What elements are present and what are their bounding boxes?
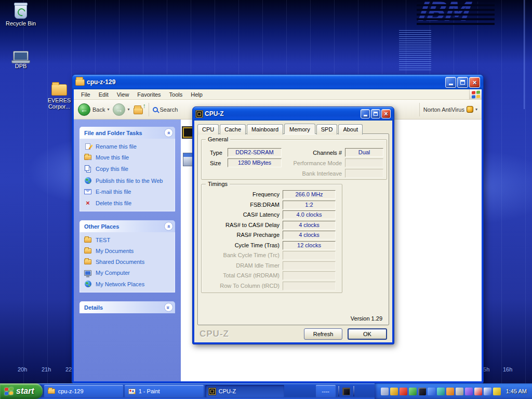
refresh-button[interactable]: Refresh: [304, 328, 342, 340]
other-places-header[interactable]: Other Places »: [79, 220, 175, 232]
task-copy-this-file[interactable]: Copy this file: [84, 165, 171, 172]
back-button[interactable]: ← Back ▾: [78, 103, 109, 116]
taskbar-button-mini[interactable]: ----: [316, 385, 336, 397]
search-button[interactable]: Search: [153, 107, 178, 113]
close-button[interactable]: ×: [469, 77, 480, 88]
cpuz-titlebar[interactable]: CPU-Z ×: [193, 107, 394, 121]
place-label: Shared Documents: [96, 259, 144, 265]
maximize-button[interactable]: [457, 77, 468, 88]
collapse-chevron-icon[interactable]: »: [164, 128, 173, 137]
tray-icon[interactable]: [381, 388, 389, 395]
tab-memory[interactable]: Memory: [284, 124, 315, 134]
timing-row: Total CAS# (tRDRAM): [202, 271, 342, 281]
task-pane: File and Folder Tasks » Rename this file…: [74, 119, 181, 381]
task-email-this-file[interactable]: E-mail this file: [84, 189, 171, 195]
maximize-button[interactable]: [371, 109, 380, 118]
timing-row: Row To Column (tRCD): [202, 282, 342, 291]
up-arrow-icon: ↑: [143, 102, 146, 110]
menu-view[interactable]: View: [113, 90, 134, 99]
tray-icon[interactable]: [465, 388, 473, 395]
tray-icon[interactable]: [474, 388, 482, 395]
menu-file[interactable]: File: [77, 90, 95, 99]
wallpaper-stripes: [399, 30, 431, 71]
folder-icon: [84, 248, 91, 254]
other-places-panel: Other Places » TEST My Documents: [79, 220, 175, 292]
tab-about[interactable]: About: [338, 124, 363, 135]
panel-title: Details: [84, 304, 103, 311]
search-label: Search: [160, 107, 178, 113]
tray-icon[interactable]: [428, 388, 435, 395]
task-move-this-file[interactable]: Move this file: [84, 154, 171, 161]
taskbar-button-label: cpu-z-129: [58, 388, 84, 394]
norton-antivirus-button[interactable]: Norton AntiVirus ▾: [423, 106, 477, 113]
place-test[interactable]: TEST: [84, 237, 171, 243]
tab-cpu[interactable]: CPU: [197, 124, 219, 135]
move-icon: [84, 155, 91, 160]
tray-icon[interactable]: [390, 388, 398, 395]
timing-label: RAS# Precharge: [203, 232, 280, 238]
desktop-icon-everes[interactable]: EVERES Corpor...: [44, 79, 75, 110]
details-panel: Details »: [79, 301, 175, 313]
expand-chevron-icon[interactable]: »: [164, 303, 173, 312]
task-rename-this-file[interactable]: Rename this file: [84, 143, 171, 150]
groupbox-title: General: [206, 136, 230, 142]
minimize-button[interactable]: [445, 77, 456, 88]
tray-icon[interactable]: [400, 388, 407, 395]
explorer-titlebar[interactable]: cpu-z-129 ×: [72, 75, 483, 89]
minimize-button[interactable]: [361, 109, 370, 118]
timing-value: 266.0 MHz: [283, 190, 336, 199]
task-delete-this-file[interactable]: × Delete this file: [84, 200, 171, 206]
desktop-icon-label: Recycle Bin: [3, 20, 38, 26]
timing-value: 1:2: [283, 201, 336, 209]
file-folder-tasks-header[interactable]: File and Folder Tasks »: [79, 127, 175, 139]
up-button[interactable]: ↑: [134, 105, 145, 114]
place-my-network-places[interactable]: My Network Places: [84, 281, 171, 287]
tab-cache[interactable]: Cache: [220, 124, 246, 135]
details-header[interactable]: Details »: [79, 301, 175, 313]
start-button[interactable]: start: [0, 383, 43, 399]
tray-icon[interactable]: [446, 388, 454, 395]
groupbox-title: Timings: [206, 181, 230, 187]
place-my-computer[interactable]: My Computer: [84, 270, 171, 276]
tab-spd[interactable]: SPD: [316, 124, 338, 135]
taskbar-button-paint[interactable]: 1 - Paint: [125, 385, 204, 397]
menu-help[interactable]: Help: [187, 90, 207, 99]
tray-icon[interactable]: [418, 388, 426, 395]
timing-label: Row To Column (tRCD): [203, 283, 280, 289]
place-my-documents[interactable]: My Documents: [84, 248, 171, 254]
tab-mainboard[interactable]: Mainboard: [247, 124, 283, 135]
menu-favorites[interactable]: Favorites: [133, 90, 165, 99]
place-shared-documents[interactable]: Shared Documents: [84, 259, 171, 265]
ibm-logo: IBM: [417, 0, 495, 27]
delete-icon: ×: [86, 200, 90, 206]
menu-edit[interactable]: Edit: [95, 90, 113, 99]
dropdown-icon: ▾: [475, 107, 477, 112]
taskbar-clock: 1:45 AM: [506, 388, 527, 394]
desktop-icon-dpb[interactable]: DPB: [3, 45, 38, 69]
forward-button[interactable]: → ▾: [113, 103, 129, 116]
general-groupbox: General Type DDR2-SDRAM Size 1280 MBytes…: [201, 139, 387, 180]
paint-icon: [128, 389, 136, 394]
performance-mode-value: [345, 158, 383, 167]
desktop-icon-recycle-bin[interactable]: Recycle Bin: [3, 2, 38, 26]
tray-icon[interactable]: [456, 388, 463, 395]
folder-icon: [48, 389, 55, 394]
timing-label: DRAM Idle Timer: [203, 262, 280, 269]
tray-icon[interactable]: [493, 388, 501, 395]
tray-icon[interactable]: [437, 388, 445, 395]
back-icon: ←: [78, 103, 90, 116]
place-label: My Network Places: [96, 281, 144, 287]
desktop: IBM 20h 21h 22h 15h 16h Recycle Bin DPB …: [0, 0, 532, 399]
collapse-chevron-icon[interactable]: »: [164, 222, 173, 231]
menu-tools[interactable]: Tools: [165, 90, 187, 99]
taskbar-button-cpu-z-129[interactable]: cpu-z-129: [44, 385, 123, 397]
tray-icon[interactable]: [484, 388, 491, 395]
close-button[interactable]: ×: [381, 109, 391, 118]
task-label: E-mail this file: [96, 189, 131, 195]
task-publish-to-web[interactable]: Publish this file to the Web: [84, 177, 171, 184]
taskbar-button-cpuz[interactable]: CPU-Z: [205, 385, 284, 397]
timing-value: [283, 251, 336, 260]
ok-button[interactable]: OK: [348, 328, 387, 340]
tray-icon[interactable]: [409, 388, 417, 395]
taskbar-tool-icon[interactable]: [342, 388, 350, 395]
